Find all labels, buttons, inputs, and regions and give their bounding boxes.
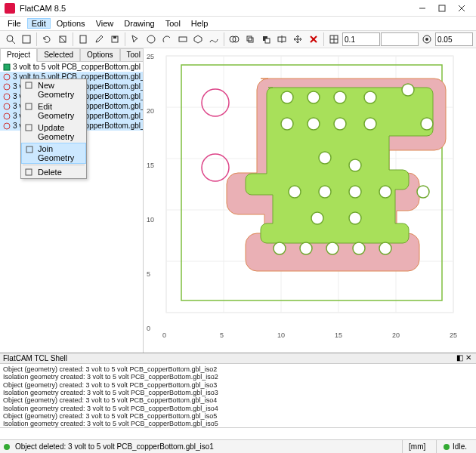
subtract-icon[interactable]	[258, 32, 274, 47]
plot-canvas[interactable]: 0510152025 0510152025	[144, 48, 476, 353]
menu-item-label: Update Geometry	[38, 123, 74, 141]
svg-point-82	[444, 444, 450, 450]
circle-icon[interactable]	[144, 32, 159, 47]
menu-edit[interactable]: Edit	[27, 18, 51, 29]
titlebar: FlatCAM 8.5	[0, 0, 476, 17]
tcl-shell-panel: FlatCAM TCL Shell ◧ ✕ Object (geometry) …	[0, 353, 476, 439]
rectangle-icon[interactable]	[175, 32, 190, 47]
menu-tool[interactable]: Tool	[161, 18, 185, 29]
svg-rect-17	[249, 38, 253, 42]
tab-options[interactable]: Options	[80, 48, 119, 62]
edit-menu-dropdown[interactable]: New GeometryEdit GeometryUpdate Geometry…	[20, 79, 87, 179]
svg-point-35	[4, 123, 10, 129]
svg-point-54	[334, 91, 346, 103]
project-item[interactable]: 3 volt to 5 volt PCB_copperBottom.gbl	[0, 62, 143, 72]
close-button[interactable]	[452, 2, 471, 15]
grid-y-input[interactable]	[381, 32, 419, 46]
intersection-icon[interactable]	[243, 32, 258, 47]
tab-project[interactable]: Project	[0, 48, 37, 62]
shell-title: FlatCAM TCL Shell	[3, 354, 67, 362]
maximize-button[interactable]	[432, 2, 452, 15]
status-message: Object deleted: 3 volt to 5 volt PCB_cop…	[15, 442, 214, 451]
save-geometry-icon[interactable]	[107, 32, 122, 47]
y-tick: 10	[147, 216, 154, 223]
menu-item-icon	[24, 123, 33, 132]
union-icon[interactable]	[227, 32, 242, 47]
svg-point-63	[349, 159, 361, 171]
grid-x-input[interactable]	[342, 32, 380, 46]
grid-icon[interactable]	[326, 32, 342, 47]
menu-file[interactable]: File	[3, 18, 26, 29]
svg-point-67	[379, 186, 391, 198]
svg-point-62	[319, 152, 331, 164]
svg-line-8	[60, 36, 66, 42]
menu-help[interactable]: Help	[187, 18, 213, 29]
svg-point-66	[349, 186, 361, 198]
polygon-icon[interactable]	[190, 32, 206, 47]
edit-geometry-icon[interactable]	[91, 32, 107, 47]
svg-point-27	[425, 38, 428, 41]
svg-point-64	[289, 186, 301, 198]
svg-point-31	[4, 84, 10, 90]
app-icon	[5, 3, 15, 14]
svg-rect-76	[26, 82, 32, 88]
shell-output[interactable]: Object (geometry) created: 3 volt to 5 v…	[0, 364, 476, 427]
svg-rect-29	[4, 64, 10, 70]
menu-item-icon	[24, 81, 33, 90]
move-icon[interactable]	[290, 32, 305, 47]
delete-icon[interactable]	[306, 32, 321, 47]
x-tick: 25	[450, 331, 457, 339]
geometry-icon	[3, 93, 11, 100]
select-icon[interactable]	[128, 32, 143, 47]
svg-point-4	[7, 35, 13, 42]
svg-point-70	[349, 212, 361, 224]
svg-point-53	[308, 91, 320, 103]
status-state: Idle.	[453, 442, 467, 451]
menu-item-label: Delete	[38, 168, 62, 177]
toolbar	[0, 30, 476, 48]
tab-tool[interactable]: Tool	[120, 48, 144, 62]
svg-point-81	[4, 444, 10, 450]
menu-options[interactable]: Options	[52, 18, 90, 29]
clear-plot-icon[interactable]	[55, 32, 70, 47]
x-tick: 0	[162, 331, 166, 339]
snap-icon[interactable]	[419, 32, 434, 47]
status-ok-icon	[3, 443, 11, 451]
svg-rect-11	[113, 36, 116, 39]
menu-item-icon	[24, 102, 33, 111]
replot-icon[interactable]	[39, 32, 54, 47]
svg-point-73	[326, 242, 338, 254]
edit-menu-update-geometry[interactable]: Update Geometry	[21, 122, 86, 143]
geometry-icon	[3, 73, 11, 81]
svg-rect-13	[179, 37, 187, 42]
project-item-label: 3 volt to 5 volt PCB_copperBottom.gbl	[13, 63, 141, 71]
svg-rect-9	[80, 35, 86, 43]
menu-drawing[interactable]: Drawing	[119, 18, 159, 29]
arc-icon[interactable]	[159, 32, 175, 47]
zoom-in-icon[interactable]	[3, 32, 18, 47]
y-tick: 20	[147, 107, 154, 115]
x-tick: 5	[220, 331, 224, 339]
edit-menu-edit-geometry[interactable]: Edit Geometry	[21, 100, 86, 122]
cut-icon[interactable]	[274, 32, 289, 47]
path-icon[interactable]	[206, 32, 221, 47]
zoom-fit-icon[interactable]	[19, 32, 34, 47]
edit-menu-join-geometry[interactable]: Join Geometry	[21, 143, 86, 164]
snap-tolerance-input[interactable]	[435, 32, 473, 46]
minimize-button[interactable]	[413, 2, 432, 15]
shell-float-button[interactable]: ◧	[455, 354, 464, 363]
tab-selected[interactable]: Selected	[37, 48, 80, 62]
menu-item-label: Edit Geometry	[38, 102, 74, 120]
new-geometry-icon[interactable]	[76, 32, 91, 47]
svg-point-75	[379, 242, 391, 254]
shell-input[interactable]	[0, 428, 476, 439]
edit-menu-delete[interactable]: Delete	[21, 166, 86, 178]
edit-menu-new-geometry[interactable]: New Geometry	[21, 79, 86, 100]
shell-close-button[interactable]: ✕	[464, 354, 473, 363]
menu-item-icon	[24, 168, 33, 177]
side-tabs: ProjectSelectedOptionsTool	[0, 48, 143, 62]
status-bar: Object deleted: 3 volt to 5 volt PCB_cop…	[0, 439, 476, 453]
svg-point-69	[311, 212, 323, 224]
geometry-icon	[3, 112, 11, 120]
menu-view[interactable]: View	[91, 18, 119, 29]
